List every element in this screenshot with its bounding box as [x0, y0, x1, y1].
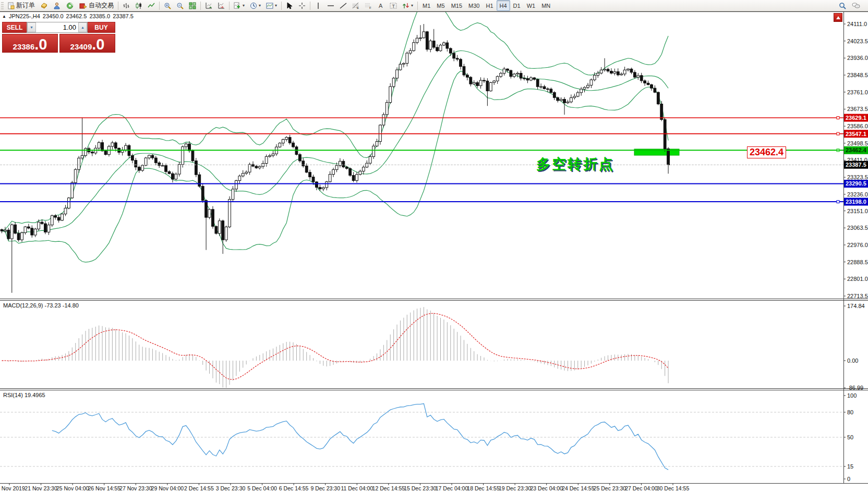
svg-text:27 Nov 23:30: 27 Nov 23:30 [119, 485, 152, 491]
svg-text:23387.5: 23387.5 [846, 162, 866, 168]
svg-text:22713.5: 22713.5 [847, 293, 868, 299]
symbol-header: ▲ JPN225-,H4 23450.0 23462.5 23385.0 233… [2, 13, 134, 19]
buy-price-main: 23409 [70, 43, 92, 52]
chart-text-annotation[interactable]: 多空转折点 [536, 155, 614, 174]
labelt-icon: T [390, 2, 397, 9]
channel-button[interactable]: F [362, 0, 375, 11]
contacts-icon-button[interactable] [51, 0, 64, 11]
svg-text:29 Nov 04:00: 29 Nov 04:00 [151, 485, 184, 491]
fibonacci-button[interactable]: E [349, 0, 362, 11]
crosshair-button[interactable] [296, 0, 308, 11]
zoom-out-button[interactable] [174, 0, 186, 11]
svg-text:23063.5: 23063.5 [847, 225, 868, 231]
timeframe-button-m30[interactable]: M30 [465, 0, 483, 11]
mt4-window: 新订单自动交易▾▾▾EFAT▾M1M5M15M30H1H4D1W1MN 2411… [0, 0, 868, 493]
svg-text:T: T [392, 3, 395, 8]
hline-handle[interactable] [837, 201, 839, 203]
svg-text:12 Dec 14:55: 12 Dec 14:55 [372, 485, 405, 491]
svg-text:23198.0: 23198.0 [846, 199, 866, 205]
chart-shift-button[interactable] [215, 0, 227, 11]
buy-price-frac: .0 [92, 38, 104, 51]
svg-text:23462.4: 23462.4 [846, 147, 867, 153]
timeframe-button-h1[interactable]: H1 [483, 0, 496, 11]
symbol-period-label: JPN225-,H4 [9, 13, 40, 19]
one-click-trading-panel: SELL ▼ ▲ BUY 23386 .0 23409 .0 [2, 22, 115, 53]
autoscroll-icon [205, 2, 212, 9]
bar-chart-button[interactable] [120, 0, 132, 11]
timeframe-button-m5[interactable]: M5 [433, 0, 448, 11]
new-order-button[interactable]: 新订单 [5, 0, 38, 11]
hline-handle[interactable] [837, 132, 839, 135]
svg-text:22801.0: 22801.0 [847, 276, 868, 282]
trendline-button[interactable] [337, 0, 349, 11]
timeframe-button-m1[interactable]: M1 [419, 0, 433, 11]
tile-windows-button[interactable] [186, 0, 199, 11]
svg-text:25 Nov 04:00: 25 Nov 04:00 [56, 485, 89, 491]
chevron-down-icon: ▾ [259, 4, 261, 8]
timeframe-button-w1[interactable]: W1 [524, 0, 539, 11]
timeframe-button-mn[interactable]: MN [538, 0, 553, 11]
periods-button[interactable]: ▾ [247, 0, 263, 11]
horizontal-line-button[interactable] [324, 0, 337, 11]
signal-icon [66, 2, 74, 9]
volume-increase-button[interactable]: ▲ [78, 22, 87, 32]
svg-text:19 Dec 23:30: 19 Dec 23:30 [499, 485, 532, 491]
price-callout-label[interactable]: 23462.4 [747, 146, 786, 158]
svg-text:23547.1: 23547.1 [846, 131, 866, 137]
volume-input[interactable] [36, 22, 78, 32]
timeframe-button-m15[interactable]: M15 [448, 0, 465, 11]
sell-button[interactable]: SELL [2, 22, 27, 33]
open-value: 23450.0 [43, 13, 64, 19]
svg-text:20 Nov 2019: 20 Nov 2019 [0, 485, 25, 491]
sell-price-main: 23386 [13, 43, 35, 52]
templates-button[interactable]: ▾ [263, 0, 280, 11]
text-button[interactable]: A [375, 0, 387, 11]
svg-text:24111.0: 24111.0 [847, 21, 867, 27]
collapse-icon[interactable]: ▲ [2, 14, 6, 19]
scroll-to-end-button[interactable] [834, 13, 842, 22]
sell-price-panel[interactable]: 23386 .0 [2, 34, 58, 53]
volume-decrease-button[interactable]: ▼ [27, 22, 36, 32]
cursor-button[interactable] [283, 0, 296, 11]
signal-icon-button[interactable] [64, 0, 77, 11]
low-value: 23385.0 [89, 13, 110, 19]
chart-canvas[interactable]: 24111.024023.523936.023848.523761.023673… [0, 0, 868, 493]
buy-price-panel[interactable]: 23409 .0 [59, 34, 115, 53]
svg-text:22976.0: 22976.0 [847, 242, 868, 248]
hline-icon [327, 2, 334, 9]
buy-button[interactable]: BUY [88, 22, 115, 33]
arrows-icon [402, 2, 409, 9]
zoom-in-button[interactable] [161, 0, 174, 11]
line-icon [148, 2, 155, 9]
arrows-button[interactable]: ▾ [400, 0, 416, 11]
timeframe-button-d1[interactable]: D1 [510, 0, 524, 11]
chat-button[interactable] [849, 0, 863, 11]
svg-text:24023.5: 24023.5 [847, 38, 868, 44]
doc-icon [7, 2, 15, 9]
hline-handle[interactable] [837, 117, 839, 119]
svg-text:80: 80 [847, 409, 853, 415]
toolbar-separator [118, 2, 118, 10]
chevron-down-icon: ▾ [275, 4, 277, 8]
timeframe-button-h4[interactable]: H4 [497, 0, 510, 11]
svg-text:F: F [369, 6, 371, 9]
history-icon-button[interactable] [38, 0, 51, 11]
svg-text:23236.0: 23236.0 [847, 191, 868, 198]
svg-text:26 Nov 14:55: 26 Nov 14:55 [88, 485, 120, 491]
vertical-line-button[interactable] [312, 0, 324, 11]
toolbar-separator [200, 2, 201, 10]
auto-scroll-button[interactable] [202, 0, 215, 11]
gridf-icon: F [365, 2, 372, 9]
svg-text:9 Dec 23:30: 9 Dec 23:30 [310, 485, 340, 491]
search-button[interactable] [836, 0, 849, 11]
svg-text:A: A [379, 3, 383, 9]
auto-trading-button[interactable]: 自动交易 [77, 0, 116, 11]
fibo-icon: E [352, 2, 359, 9]
svg-text:15: 15 [847, 463, 853, 470]
line-chart-button[interactable] [145, 0, 158, 11]
indicators-button[interactable]: ▾ [231, 0, 247, 11]
label-button[interactable]: T [387, 0, 400, 11]
bars-icon [123, 2, 130, 9]
svg-text:21 Nov 23:30: 21 Nov 23:30 [25, 485, 57, 491]
candle-chart-button[interactable] [132, 0, 145, 11]
